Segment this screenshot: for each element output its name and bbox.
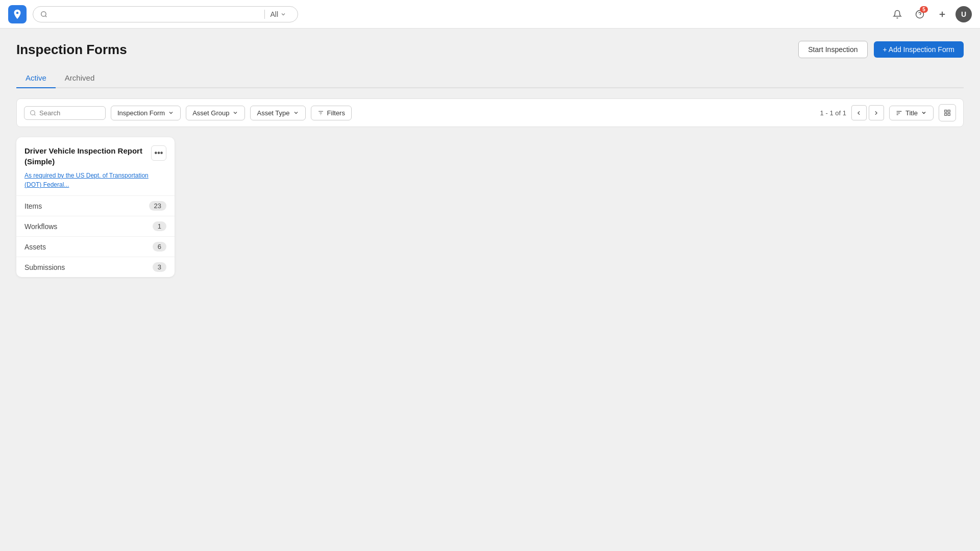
- logo-icon: [12, 9, 23, 20]
- sort-button[interactable]: Title: [889, 106, 934, 120]
- svg-line-1: [45, 15, 47, 17]
- svg-line-7: [34, 114, 35, 115]
- inspection-form-filter[interactable]: Inspection Form: [111, 106, 181, 120]
- tabs: Active Archived: [16, 68, 964, 88]
- start-inspection-button[interactable]: Start Inspection: [798, 41, 867, 58]
- global-search-bar[interactable]: inspection All: [33, 6, 298, 22]
- search-icon: [40, 11, 47, 18]
- asset-type-filter[interactable]: Asset Type: [250, 106, 305, 120]
- search-scope-dropdown[interactable]: All: [270, 10, 290, 18]
- cards-area: Driver Vehicle Inspection Report (Simple…: [16, 137, 964, 277]
- view-toggle-button[interactable]: [939, 104, 956, 121]
- plus-icon: [938, 10, 947, 19]
- card-stat-submissions: Submissions 3: [16, 257, 175, 277]
- bell-icon: [893, 10, 902, 19]
- page-title: Inspection Forms: [16, 42, 127, 58]
- submissions-badge: 3: [153, 262, 166, 272]
- svg-point-6: [31, 110, 35, 115]
- notification-button[interactable]: [888, 5, 906, 23]
- chevron-down-icon: [280, 11, 286, 17]
- card-menu-button[interactable]: •••: [151, 145, 166, 161]
- card-description[interactable]: As required by the US Dept. of Transport…: [16, 171, 175, 195]
- chevron-right-icon: [873, 110, 879, 116]
- filter-icon: [317, 110, 324, 116]
- svg-rect-14: [945, 110, 947, 112]
- chevron-left-icon: [855, 110, 862, 116]
- chevron-down-icon: [921, 110, 927, 116]
- search-divider: [264, 10, 265, 19]
- items-badge: 23: [149, 201, 166, 211]
- add-button[interactable]: [933, 5, 951, 23]
- assets-badge: 6: [153, 242, 166, 252]
- prev-page-button[interactable]: [851, 105, 867, 120]
- help-button[interactable]: 5: [911, 5, 929, 23]
- card-stat-items: Items 23: [16, 196, 175, 216]
- svg-rect-16: [948, 113, 950, 115]
- sort-icon: [896, 110, 902, 116]
- card-stat-assets: Assets 6: [16, 237, 175, 257]
- next-page-button[interactable]: [869, 105, 884, 120]
- chevron-down-icon: [168, 110, 174, 116]
- topbar: inspection All 5 U: [0, 0, 980, 29]
- asset-group-filter[interactable]: Asset Group: [186, 106, 245, 120]
- svg-rect-17: [945, 113, 947, 115]
- page-header: Inspection Forms Start Inspection + Add …: [16, 41, 964, 58]
- chevron-down-icon: [293, 110, 299, 116]
- pagination-controls: [851, 105, 884, 120]
- tab-archived[interactable]: Archived: [56, 68, 104, 88]
- svg-rect-15: [948, 110, 950, 112]
- inspection-card: Driver Vehicle Inspection Report (Simple…: [16, 137, 175, 277]
- card-header: Driver Vehicle Inspection Report (Simple…: [16, 137, 175, 171]
- header-actions: Start Inspection + Add Inspection Form: [798, 41, 964, 58]
- card-stat-workflows: Workflows 1: [16, 216, 175, 237]
- global-search-input[interactable]: inspection: [52, 10, 259, 18]
- tab-active[interactable]: Active: [16, 68, 56, 88]
- pagination-info: 1 - 1 of 1: [820, 109, 846, 117]
- main-content: Inspection Forms Start Inspection + Add …: [0, 29, 980, 551]
- user-avatar[interactable]: U: [955, 6, 972, 22]
- add-inspection-form-button[interactable]: + Add Inspection Form: [874, 41, 964, 58]
- filter-search-icon: [30, 110, 36, 116]
- topbar-icons: 5 U: [888, 5, 972, 23]
- chevron-down-icon: [232, 110, 238, 116]
- svg-point-0: [41, 11, 46, 16]
- workflows-badge: 1: [153, 221, 166, 231]
- card-title: Driver Vehicle Inspection Report (Simple…: [24, 145, 147, 167]
- grid-view-icon: [944, 109, 951, 116]
- filters-button[interactable]: Filters: [311, 106, 352, 120]
- filter-search-wrap: [24, 106, 106, 120]
- filter-search-input[interactable]: [39, 109, 95, 117]
- help-badge: 5: [920, 6, 928, 13]
- filter-bar: Inspection Form Asset Group Asset Type F…: [16, 98, 964, 127]
- app-logo[interactable]: [8, 5, 27, 23]
